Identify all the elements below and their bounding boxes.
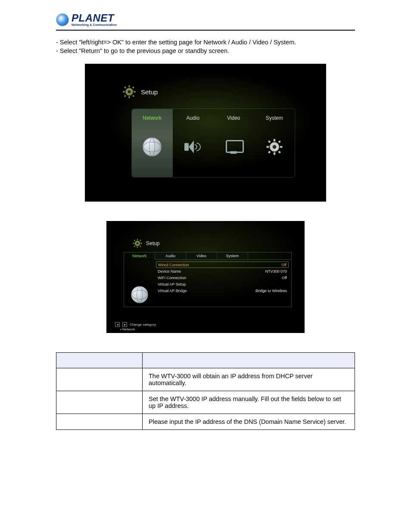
svg-point-29 bbox=[137, 243, 139, 245]
tab-video[interactable]: Video bbox=[186, 252, 217, 260]
menu-label: Audio bbox=[186, 115, 199, 121]
table-cell-desc: Please input the IP address of the DNS (… bbox=[143, 414, 355, 430]
svg-rect-26 bbox=[140, 240, 141, 241]
svg-rect-1 bbox=[128, 85, 130, 87]
tab-system[interactable]: System bbox=[217, 252, 248, 260]
nav-hint-sub: • Network bbox=[120, 327, 135, 331]
svg-rect-17 bbox=[268, 151, 271, 154]
menu-label: Network bbox=[143, 115, 162, 121]
row-label: Virtual AP Bridge bbox=[158, 289, 187, 293]
settings-tabs: Network Audio Video System bbox=[124, 252, 292, 260]
svg-rect-23 bbox=[133, 243, 134, 244]
instruction-line: - Select "left/right=> OK" to enter the … bbox=[56, 38, 355, 47]
table-row: Set the WTV-3000 IP address manually. Fi… bbox=[56, 391, 355, 414]
svg-rect-12 bbox=[274, 152, 275, 155]
system-gear-icon bbox=[265, 137, 284, 156]
row-virtual-ap-setup[interactable]: Virtual AP Setup bbox=[158, 281, 287, 287]
svg-rect-13 bbox=[266, 146, 269, 148]
row-label: Virtual AP Setup bbox=[158, 282, 186, 286]
nav-hint-text: Change category bbox=[130, 323, 156, 327]
logo-tagline: Networking & Communication bbox=[72, 23, 117, 26]
config-table: The WTV-3000 will obtain an IP address f… bbox=[56, 352, 355, 430]
svg-rect-25 bbox=[134, 240, 135, 241]
svg-rect-14 bbox=[280, 146, 282, 148]
network-globe-icon bbox=[143, 137, 162, 156]
globe-icon bbox=[56, 13, 69, 26]
network-panel: Wired Connection Off Device Name NTV300 … bbox=[124, 260, 292, 307]
row-label: WiFi Connection bbox=[158, 276, 186, 280]
svg-rect-8 bbox=[132, 95, 134, 97]
network-settings-screenshot: Setup Network Audio Video System Wired C… bbox=[106, 221, 305, 333]
left-arrow-icon: ◂ bbox=[115, 322, 120, 327]
table-row: Please input the IP address of the DNS (… bbox=[56, 414, 355, 430]
menu-item-system[interactable]: System bbox=[254, 109, 295, 177]
table-row: The WTV-3000 will obtain an IP address f… bbox=[56, 368, 355, 391]
instructions-block: - Select "left/right=> OK" to enter the … bbox=[56, 38, 355, 55]
row-value: Bridge to Wireless bbox=[255, 289, 287, 293]
menu-item-network[interactable]: Network bbox=[132, 109, 173, 177]
menu-item-video[interactable]: Video bbox=[213, 109, 254, 177]
menu-label: Video bbox=[227, 115, 240, 121]
setup-title: Setup bbox=[141, 88, 158, 96]
menu-item-audio[interactable]: Audio bbox=[173, 109, 214, 177]
svg-rect-11 bbox=[274, 139, 275, 142]
gear-icon bbox=[122, 84, 137, 99]
nav-hint: ◂ ▸ Change category bbox=[115, 322, 156, 327]
table-cell-label bbox=[56, 391, 143, 414]
svg-rect-6 bbox=[132, 87, 134, 89]
video-monitor-icon bbox=[225, 140, 242, 154]
table-header-right bbox=[143, 353, 355, 368]
svg-rect-21 bbox=[137, 239, 138, 240]
header-rule bbox=[56, 30, 355, 31]
row-label: Wired Connection bbox=[158, 263, 189, 267]
logo-text: PLANET bbox=[72, 13, 117, 23]
table-cell-label bbox=[56, 368, 143, 391]
table-header-left bbox=[56, 353, 143, 368]
row-value: Off bbox=[282, 276, 287, 280]
menu-label: System bbox=[266, 115, 283, 121]
table-cell-label bbox=[56, 414, 143, 430]
svg-rect-27 bbox=[134, 246, 135, 247]
network-globe-icon bbox=[131, 286, 148, 303]
tab-audio[interactable]: Audio bbox=[155, 252, 186, 260]
tab-network[interactable]: Network bbox=[124, 252, 155, 260]
table-cell-desc: Set the WTV-3000 IP address manually. Fi… bbox=[143, 391, 355, 414]
row-label: Device Name bbox=[158, 269, 181, 274]
svg-rect-22 bbox=[137, 246, 138, 248]
svg-point-9 bbox=[128, 90, 131, 93]
svg-rect-5 bbox=[124, 87, 126, 89]
svg-rect-18 bbox=[278, 151, 281, 154]
svg-rect-24 bbox=[140, 243, 142, 244]
right-arrow-icon: ▸ bbox=[122, 322, 127, 327]
svg-rect-4 bbox=[134, 91, 136, 92]
svg-point-19 bbox=[273, 145, 276, 149]
gear-icon bbox=[132, 238, 143, 249]
row-virtual-ap-bridge[interactable]: Virtual AP Bridge Bridge to Wireless bbox=[158, 287, 287, 294]
svg-rect-2 bbox=[128, 96, 130, 98]
audio-speaker-icon bbox=[184, 140, 202, 153]
svg-rect-3 bbox=[123, 91, 125, 92]
instruction-line: - Select "Return" to go to the previous … bbox=[56, 47, 355, 56]
svg-rect-28 bbox=[140, 246, 141, 247]
setup-title: Setup bbox=[146, 240, 159, 246]
setup-category-menu: Network Audio Video System bbox=[131, 109, 295, 177]
brand-logo: PLANET Networking & Communication bbox=[56, 13, 355, 26]
row-wifi-connection[interactable]: WiFi Connection Off bbox=[158, 274, 287, 281]
table-cell-desc: The WTV-3000 will obtain an IP address f… bbox=[143, 368, 355, 391]
row-device-name[interactable]: Device Name NTV300 070 bbox=[158, 268, 287, 274]
setup-main-screenshot: Setup Network Audio Video System bbox=[85, 64, 326, 202]
svg-rect-7 bbox=[124, 95, 126, 97]
row-value: NTV300 070 bbox=[265, 269, 287, 274]
row-value: Off bbox=[281, 263, 286, 267]
row-wired-connection[interactable]: Wired Connection Off bbox=[156, 261, 289, 268]
svg-rect-15 bbox=[268, 140, 271, 143]
svg-rect-16 bbox=[278, 140, 281, 143]
